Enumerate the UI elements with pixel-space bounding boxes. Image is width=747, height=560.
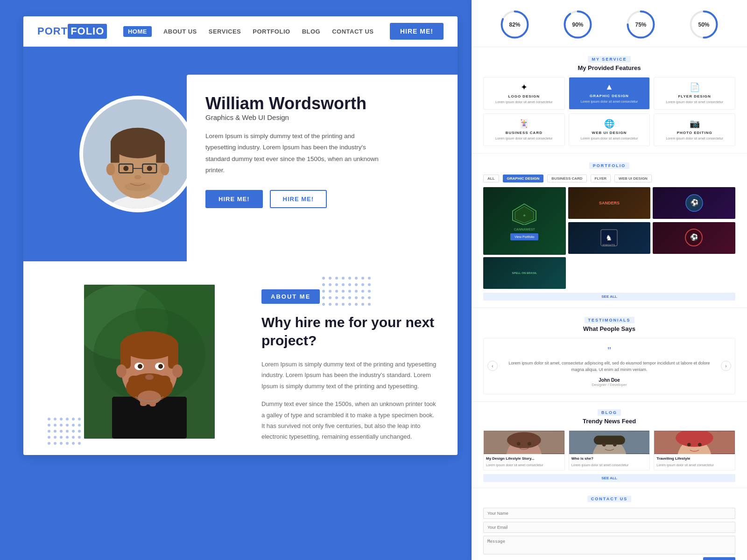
svg-point-58 — [348, 290, 351, 293]
blog-item-1: My Design Lifestyle Story... Lorem ipsum… — [483, 430, 565, 470]
svg-point-48 — [335, 283, 338, 286]
blog-content-3: Travelling Lifestyle Lorem ipsum dolor s… — [654, 454, 735, 469]
see-all-button[interactable]: SEE ALL — [483, 293, 735, 301]
contact-message-input[interactable] — [483, 536, 735, 554]
hero-buttons: HIRE ME! HIRE ME! — [205, 190, 439, 208]
svg-point-134 — [602, 443, 606, 447]
svg-point-94 — [72, 430, 75, 433]
svg-point-38 — [322, 277, 325, 280]
graphic-design-icon: ▲ — [573, 82, 646, 92]
svg-point-100 — [72, 436, 75, 439]
svg-point-54 — [322, 290, 325, 293]
hero-section: William Wordsworth Graphics & Web UI Des… — [23, 47, 458, 261]
svg-rect-133 — [593, 436, 625, 445]
blog-face-3 — [654, 431, 735, 454]
contact-section: CONTACT US SUBMIT — [472, 488, 747, 560]
nav-contact[interactable]: CONTACT US — [332, 28, 374, 35]
svg-point-7 — [106, 163, 115, 175]
about-text2: Dummy text ever since the 1500s, when an… — [261, 399, 439, 442]
svg-point-59 — [355, 290, 358, 293]
hero-description: Lorem Ipsum is simply dummy text of the … — [205, 131, 383, 176]
blog-image-1 — [484, 431, 564, 454]
contact-email-input[interactable] — [483, 522, 735, 533]
football-logo: ⚽ — [685, 194, 704, 212]
web-design-desc: Lorem ipsum dolor sit amet consectetur — [573, 136, 646, 141]
view-portfolio-button[interactable]: View Portfolio — [510, 233, 538, 240]
contact-submit-button[interactable]: SUBMIT — [703, 557, 735, 560]
services-section: MY SERVICE My Provided Features ✦ LOGO D… — [472, 47, 747, 154]
filter-flyer[interactable]: FLYER — [591, 175, 611, 182]
business-card-desc: Lorem ipsum dolor sit amet consectetur — [487, 136, 561, 141]
svg-point-39 — [329, 277, 331, 280]
svg-point-77 — [368, 303, 371, 306]
portfolio-item-sanders: SANDERS — [568, 187, 651, 219]
svg-point-66 — [348, 296, 351, 299]
svg-point-89 — [78, 424, 81, 427]
nav-portfolio[interactable]: PORTFOLIO — [253, 28, 290, 35]
testimonial-box: ‹ " Lorem ipsum dolor sit amet, consecte… — [483, 338, 735, 395]
hire-me-btn1[interactable]: HIRE ME! — [205, 190, 263, 208]
blog-grid: My Design Lifestyle Story... Lorem ipsum… — [483, 430, 735, 470]
skill-label-1: 82% — [509, 21, 520, 28]
blog-see-all-button[interactable]: SEE ALL — [483, 474, 735, 482]
navigation: HOME ABOUT US SERVICES PORTFOLIO BLOG CO… — [123, 26, 374, 37]
logo-design-icon: ✦ — [487, 82, 561, 92]
dots-svg-bottom — [46, 416, 92, 448]
svg-point-73 — [342, 303, 345, 306]
testimonial-next-button[interactable]: › — [721, 361, 731, 371]
svg-point-90 — [48, 430, 50, 433]
svg-point-46 — [322, 283, 325, 286]
svg-point-55 — [329, 290, 331, 293]
svg-point-4 — [111, 128, 165, 159]
filter-graphic[interactable]: GRAPHIC DESIGN — [503, 175, 544, 182]
svg-point-105 — [66, 442, 69, 445]
knights-logo: ♞ KNIGHTS — [599, 227, 620, 248]
testimonial-section: TESTIMONIALS What People Says ‹ " Lorem … — [472, 308, 747, 402]
testimonial-label: TESTIMONIALS — [585, 317, 634, 323]
testimonial-title: What People Says — [483, 325, 735, 332]
skill-label-4: 50% — [698, 21, 709, 28]
svg-point-61 — [368, 290, 371, 293]
svg-rect-2 — [130, 180, 145, 197]
svg-point-76 — [361, 303, 364, 306]
flyer-design-name: FLYER DESIGN — [658, 94, 731, 98]
testimonial-prev-button[interactable]: ‹ — [487, 361, 498, 371]
nav-about[interactable]: ABOUT US — [163, 28, 197, 35]
services-label: MY SERVICE — [588, 56, 630, 63]
nav-blog[interactable]: BLOG — [302, 28, 321, 35]
svg-point-82 — [72, 418, 75, 420]
contact-name-input[interactable] — [483, 508, 735, 519]
sports-logo: ⚽ — [684, 227, 705, 248]
svg-rect-6 — [156, 141, 165, 163]
nav-home[interactable]: HOME — [123, 26, 152, 37]
svg-point-103 — [54, 442, 56, 445]
svg-point-88 — [72, 424, 75, 427]
about-photo — [84, 285, 215, 439]
filter-all[interactable]: ALL — [483, 175, 499, 182]
filter-web[interactable]: WEB UI DESIGN — [614, 175, 652, 182]
svg-point-87 — [66, 424, 69, 427]
svg-text:⚽: ⚽ — [690, 199, 698, 207]
services-title: My Provided Features — [483, 64, 735, 71]
portfolio-item-football: ⚽ — [653, 187, 735, 219]
header: PORT FOLIO HOME ABOUT US SERVICES PORTFO… — [23, 16, 458, 47]
hire-me-header-button[interactable]: HIRE ME! — [390, 23, 444, 40]
business-card-icon: 🃏 — [487, 119, 561, 129]
svg-point-135 — [613, 443, 617, 447]
filter-business[interactable]: BUSINESS CARD — [547, 175, 586, 182]
svg-rect-9 — [119, 164, 133, 173]
testimonial-author-role: Designer / Developer — [502, 383, 716, 387]
portfolio-item-cannawest: ♣ CANNAWEST View Portfolio — [483, 187, 566, 255]
svg-point-97 — [54, 436, 56, 439]
svg-point-51 — [355, 283, 358, 286]
graphic-design-desc: Lorem ipsum dolor sit amet consectetur — [573, 99, 646, 104]
logo-folio: FOLIO — [68, 24, 107, 39]
blog-image-2 — [569, 431, 650, 454]
svg-point-92 — [60, 430, 63, 433]
svg-point-101 — [78, 436, 81, 439]
svg-point-29 — [172, 364, 183, 378]
portfolio-label: PORTFOLIO — [589, 162, 630, 169]
hire-me-btn2[interactable]: HIRE ME! — [270, 190, 327, 208]
svg-point-79 — [54, 418, 56, 420]
nav-services[interactable]: SERVICES — [209, 28, 241, 35]
